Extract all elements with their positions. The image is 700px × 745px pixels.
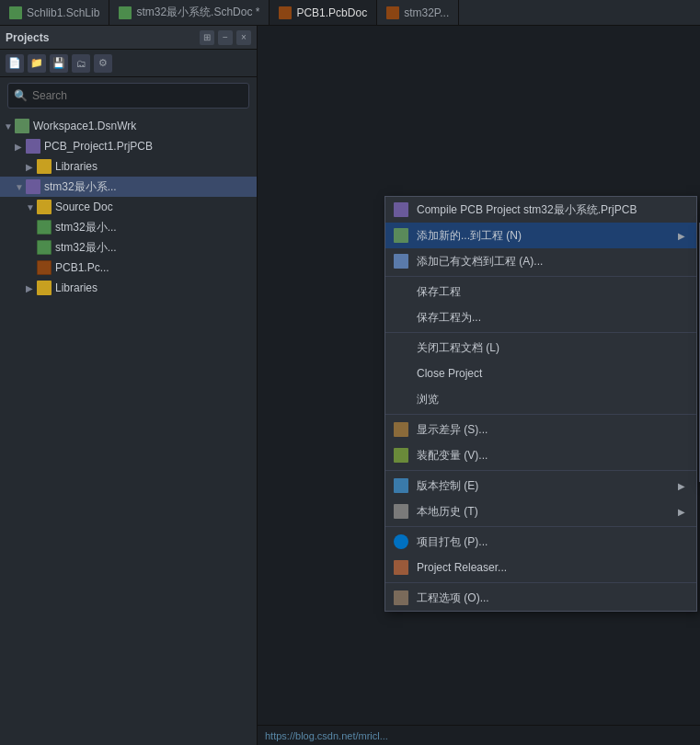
panel-toolbar: 📄 📁 💾 🗂 ⚙ — [0, 50, 257, 77]
lib1-arrow: ▶ — [26, 162, 37, 172]
diff-icon — [393, 421, 409, 438]
release-label: Project Releaser... — [417, 561, 685, 574]
save-proj-label: 保存工程 — [417, 284, 685, 300]
vcs-icon — [393, 477, 409, 494]
settings-btn[interactable]: ⚙ — [94, 54, 112, 73]
pcb1-label: PCB1.Pc... — [55, 261, 109, 274]
new-btn[interactable]: 📄 — [6, 54, 24, 73]
libraries2-label: Libraries — [55, 281, 98, 294]
save-proj-icon — [393, 283, 409, 300]
workspace-arrow: ▼ — [4, 121, 15, 132]
tree-pcb1[interactable]: PCB1.Pc... — [0, 258, 257, 278]
add-new-label: 添加新的...到工程 (N) — [417, 228, 671, 244]
pcb1-icon — [37, 260, 52, 275]
menu-settings[interactable]: 工程选项 (O)... — [385, 585, 696, 611]
lib2-arrow: ▶ — [26, 283, 37, 293]
separator-3 — [385, 414, 696, 415]
minimize-icon[interactable]: − — [218, 30, 233, 45]
tree-workspace[interactable]: ▼ Workspace1.DsnWrk — [0, 116, 257, 136]
stm32proj-arrow: ▼ — [15, 182, 26, 192]
stm32sch1-label: stm32最小... — [55, 220, 117, 235]
libraries1-label: Libraries — [55, 160, 98, 173]
status-bar: https://blog.csdn.net/mricl... — [258, 725, 700, 745]
projects-panel: Projects ⊞ − × 📄 📁 💾 🗂 ⚙ 🔍 ▼ — [0, 26, 258, 745]
stm32sch1-icon — [37, 220, 52, 235]
add-exist-label: 添加已有文档到工程 (A)... — [417, 254, 685, 269]
add-new-icon — [393, 227, 409, 244]
close-doc-icon — [393, 339, 409, 356]
close-proj-label: Close Project — [417, 367, 685, 380]
close-all-btn[interactable]: 🗂 — [72, 54, 90, 73]
tree-libraries1[interactable]: ▶ Libraries — [0, 156, 257, 177]
tab-stm32pcb[interactable]: stm32P... — [377, 0, 459, 25]
stm32pcb-tab-icon — [386, 6, 399, 19]
menu-dropbox[interactable]: 项目打包 (P)... — [385, 529, 696, 555]
tab-pcbdoc-label: PCB1.PcbDoc — [296, 6, 367, 19]
separator-5 — [385, 526, 696, 527]
menu-add-new[interactable]: 添加新的...到工程 (N) ▶ — [385, 223, 696, 248]
history-arrow: ▶ — [678, 507, 685, 517]
close-proj-icon — [393, 365, 409, 382]
browse-label: 浏览 — [417, 392, 685, 407]
tab-stm32pcb-label: stm32P... — [404, 6, 449, 19]
tab-bar: Schlib1.SchLib stm32最小系统.SchDoc * PCB1.P… — [0, 0, 700, 26]
pin-icon[interactable]: ⊞ — [200, 30, 214, 45]
panel-header-icons: ⊞ − × — [200, 30, 251, 45]
project-tree: ▼ Workspace1.DsnWrk ▶ PCB_Project1.PrjPC… — [0, 114, 257, 745]
separator-4 — [385, 470, 696, 471]
menu-add-exist[interactable]: 添加已有文档到工程 (A)... — [385, 248, 696, 274]
tab-pcbdoc[interactable]: PCB1.PcbDoc — [270, 0, 377, 25]
menu-browse[interactable]: 浏览 — [385, 386, 696, 412]
stm32proj-label: stm32最小系... — [44, 179, 117, 195]
stm32proj-icon — [26, 179, 40, 194]
context-menu: Compile PCB Project stm32最小系统.PrjPCB 添加新… — [384, 196, 697, 612]
close-doc-label: 关闭工程文档 (L) — [417, 340, 685, 356]
tree-sourcedoc[interactable]: ▼ Source Doc — [0, 197, 257, 217]
panel-header: Projects ⊞ − × — [0, 26, 257, 50]
tree-libraries2[interactable]: ▶ Libraries — [0, 278, 257, 298]
sourcedoc-label: Source Doc — [55, 201, 113, 213]
project1-icon — [26, 139, 40, 154]
menu-close-doc[interactable]: 关闭工程文档 (L) — [385, 335, 696, 361]
add-exist-icon — [393, 253, 409, 269]
settings-label: 工程选项 (O)... — [417, 590, 685, 606]
main-layout: Projects ⊞ − × 📄 📁 💾 🗂 ⚙ 🔍 ▼ — [0, 26, 700, 745]
open-btn[interactable]: 📁 — [28, 54, 46, 73]
schdoc-tab-icon — [119, 6, 132, 19]
save-as-label: 保存工程为... — [417, 310, 685, 326]
separator-2 — [385, 332, 696, 333]
libraries2-icon — [37, 281, 52, 295]
libraries1-icon — [37, 159, 52, 174]
tab-schdoc-label: stm32最小系统.SchDoc * — [136, 5, 259, 20]
save-as-icon — [393, 309, 409, 326]
tree-stm32proj[interactable]: ▼ stm32最小系... — [0, 177, 257, 197]
tree-stm32sch1[interactable]: stm32最小... — [0, 217, 257, 237]
variants-label: 装配变量 (V)... — [417, 448, 685, 464]
release-icon — [393, 559, 409, 576]
project1-arrow: ▶ — [15, 142, 26, 152]
menu-save-as[interactable]: 保存工程为... — [385, 304, 696, 330]
menu-show-diff[interactable]: 显示差异 (S)... — [385, 417, 696, 442]
menu-history[interactable]: 本地历史 (T) ▶ — [385, 499, 696, 524]
menu-variants[interactable]: 装配变量 (V)... — [385, 442, 696, 468]
search-input[interactable] — [32, 89, 243, 102]
tree-stm32sch2[interactable]: stm32最小... — [0, 237, 257, 258]
menu-release[interactable]: Project Releaser... — [385, 555, 696, 580]
menu-compile[interactable]: Compile PCB Project stm32最小系统.PrjPCB — [385, 197, 696, 223]
sourcedoc-arrow: ▼ — [26, 202, 37, 212]
tab-schlib[interactable]: Schlib1.SchLib — [0, 0, 109, 25]
compile-icon — [393, 201, 409, 218]
search-icon: 🔍 — [14, 89, 28, 102]
tree-project1[interactable]: ▶ PCB_Project1.PrjPCB — [0, 136, 257, 156]
vcs-label: 版本控制 (E) — [417, 478, 671, 494]
history-icon — [393, 503, 409, 520]
menu-close-proj[interactable]: Close Project — [385, 361, 696, 386]
panel-title: Projects — [6, 31, 49, 44]
menu-save-proj[interactable]: 保存工程 — [385, 279, 696, 304]
save-all-btn[interactable]: 💾 — [50, 54, 68, 73]
history-label: 本地历史 (T) — [417, 504, 671, 520]
tab-schdoc[interactable]: stm32最小系统.SchDoc * — [109, 0, 270, 25]
close-panel-icon[interactable]: × — [236, 30, 251, 45]
separator-1 — [385, 276, 696, 277]
menu-vcs[interactable]: 版本控制 (E) ▶ — [385, 473, 696, 499]
